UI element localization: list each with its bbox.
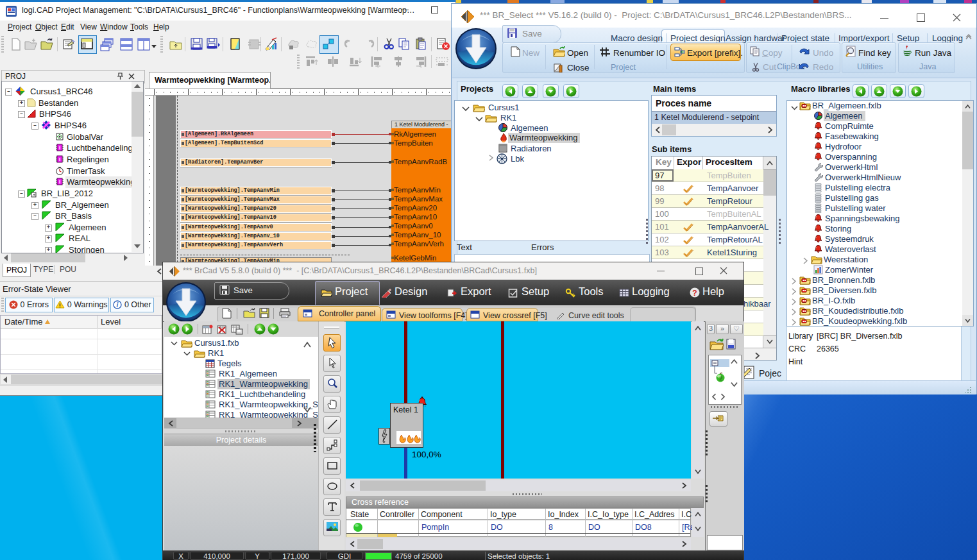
svg-text:2: 2 [719,375,722,382]
svg-text:?: ? [692,289,697,298]
svg-text:I: I [59,145,60,151]
svg-text:I: I [59,179,60,185]
svg-text:I: I [59,157,60,162]
svg-text:i: i [117,301,119,309]
